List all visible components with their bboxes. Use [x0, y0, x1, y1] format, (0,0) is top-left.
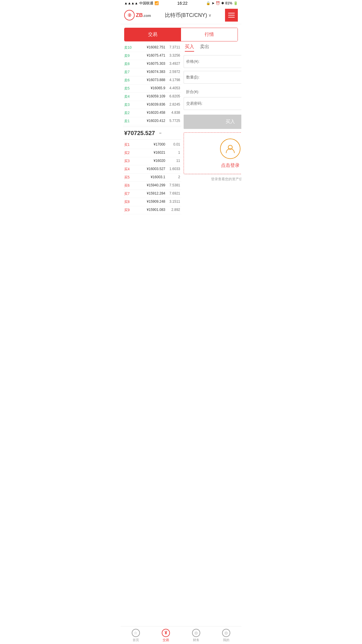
buy-qty: 1	[167, 150, 180, 155]
price-group: 价格(¥):	[184, 55, 241, 68]
buy-order-row: 买9 ¥15901.083 2.892	[123, 206, 181, 214]
buy-qty: 0.01	[167, 142, 180, 147]
buy-qty: 2.892	[167, 208, 180, 213]
current-price-row: ¥70725.527 －	[123, 127, 181, 140]
login-box[interactable]: 点击登录	[184, 132, 241, 174]
logo-text: ZB.com	[136, 12, 151, 18]
status-bar: ▲▲▲▲ 中国联通 📶 16:22 🔒 ➤ ⏰ ✱ 81% 🔋	[121, 0, 241, 6]
sell-order-row: 卖10 ¥16082.751 7.3711	[123, 44, 181, 52]
sell-label: 卖4	[124, 94, 132, 99]
buy-label: 买8	[124, 200, 132, 204]
sell-qty: 4.4053	[167, 86, 180, 91]
price-direction-icon: －	[158, 130, 163, 136]
sell-price: ¥16074.383	[132, 70, 167, 75]
tab-trade[interactable]: 交易	[124, 28, 181, 41]
price-input[interactable]	[207, 59, 241, 65]
total-label: 折合(¥):	[186, 89, 206, 94]
logo-circle: ②	[124, 10, 135, 20]
sell-qty: 3.4927	[167, 62, 180, 66]
buy-price: ¥15909.248	[132, 200, 167, 204]
battery-icon: 🔋	[233, 1, 238, 5]
sell-qty: 4.838	[167, 111, 180, 116]
buy-label: 买6	[124, 183, 132, 188]
qty-input[interactable]	[207, 74, 241, 80]
wifi-icon: 📶	[154, 1, 159, 5]
buy-label: 买7	[124, 191, 132, 196]
sell-price: ¥16059.109	[132, 94, 167, 99]
password-input[interactable]	[207, 101, 241, 107]
sell-qty: 6.8205	[167, 94, 180, 99]
price-label: 价格(¥):	[186, 59, 207, 64]
qty-row: 数量(₿):	[184, 71, 241, 84]
header: ② ZB.com 比特币(BTC/CNY) ∨	[121, 6, 241, 24]
sell-order-row: 卖1 ¥16020.412 5.7725	[123, 117, 181, 125]
logo: ② ZB.com	[124, 10, 151, 20]
buy-qty: 1.6033	[167, 167, 180, 172]
sell-label: 卖8	[124, 62, 132, 66]
tab-market[interactable]: 行情	[181, 28, 238, 41]
sell-price: ¥16082.751	[132, 45, 167, 50]
buy-qty: 2	[167, 175, 180, 180]
buy-price: ¥15940.299	[132, 183, 167, 188]
sell-order-row: 卖9 ¥16075.471 3.3256	[123, 52, 181, 60]
bluetooth-icon: ✱	[221, 1, 224, 5]
buy-label: 买2	[124, 150, 132, 155]
logo-domain: .com	[143, 14, 151, 18]
buy-label: 买4	[124, 167, 132, 172]
price-row: 价格(¥):	[184, 55, 241, 68]
trade-panel: 买入 卖出 价格(¥): 数量(₿): 折合(¥): 交易密码:	[184, 44, 241, 214]
main-content: 卖10 ¥16082.751 7.3711 卖9 ¥16075.471 3.32…	[121, 44, 241, 214]
sell-price: ¥16020.458	[132, 111, 167, 116]
buy-order-row: 买6 ¥15940.299 7.5381	[123, 182, 181, 190]
buy-button[interactable]: 买入	[184, 115, 241, 129]
sell-label: 卖5	[124, 86, 132, 91]
sell-order-row: 卖4 ¥16059.109 6.8205	[123, 93, 181, 101]
alarm-icon: ⏰	[216, 1, 220, 5]
tab-buy[interactable]: 买入	[185, 44, 194, 52]
chevron-down-icon: ∨	[208, 13, 211, 18]
password-label: 交易密码:	[186, 101, 207, 106]
avatar-icon	[220, 139, 240, 159]
buy-order-row: 买4 ¥16003.527 1.6033	[123, 165, 181, 174]
sell-order-row: 卖6 ¥16073.888 4.1798	[123, 76, 181, 85]
coin-pair-label: 比特币(BTC/CNY)	[165, 12, 207, 19]
sell-order-row: 卖8 ¥16075.303 3.4927	[123, 60, 181, 68]
buy-sell-tabs: 买入 卖出	[184, 44, 241, 52]
sell-price: ¥16039.836	[132, 102, 167, 107]
asset-hint: 登录查看您的资产信息！	[184, 174, 241, 184]
sell-order-row: 卖5 ¥16065.9 4.4053	[123, 85, 181, 93]
sell-price: ¥16020.412	[132, 119, 167, 124]
sell-price: ¥16073.888	[132, 78, 167, 83]
sell-label: 卖6	[124, 78, 132, 83]
menu-line-3	[228, 17, 235, 18]
tab-sell[interactable]: 卖出	[200, 44, 209, 52]
login-text[interactable]: 点击登录	[221, 162, 240, 169]
location-icon: ➤	[212, 1, 215, 5]
sell-order-row: 卖7 ¥16074.383 2.5972	[123, 68, 181, 76]
main-tabs: 交易 行情	[124, 28, 238, 41]
current-price-value: ¥70725.527	[124, 130, 155, 136]
buy-qty: 3.1511	[167, 200, 180, 204]
total-row: 折合(¥):	[184, 87, 241, 97]
sell-price: ¥16065.9	[132, 86, 167, 91]
buy-price: ¥16003.527	[132, 167, 167, 172]
header-title[interactable]: 比特币(BTC/CNY) ∨	[165, 12, 211, 19]
buy-price: ¥15901.083	[132, 208, 167, 213]
buy-label: 买3	[124, 159, 132, 164]
buy-label: 买9	[124, 208, 132, 213]
sell-qty: 3.3256	[167, 53, 180, 58]
buy-order-row: 买8 ¥15909.248 3.1511	[123, 198, 181, 206]
menu-button[interactable]	[225, 9, 238, 22]
qty-group: 数量(₿):	[184, 71, 241, 84]
buy-qty: 11	[167, 159, 180, 164]
buy-price: ¥16003.1	[132, 175, 167, 180]
buy-order-row: 买2 ¥16021 1	[123, 149, 181, 157]
qty-label: 数量(₿):	[186, 75, 207, 80]
status-time: 16:22	[177, 1, 187, 6]
buy-price: ¥16020	[132, 159, 167, 164]
buy-orders: 买1 ¥17000 0.01 买2 ¥16021 1 买3 ¥16020 11 …	[123, 141, 181, 214]
menu-line-2	[228, 15, 235, 15]
sell-label: 卖1	[124, 119, 132, 124]
buy-qty: 7.6921	[167, 191, 180, 196]
menu-line-1	[228, 13, 235, 13]
